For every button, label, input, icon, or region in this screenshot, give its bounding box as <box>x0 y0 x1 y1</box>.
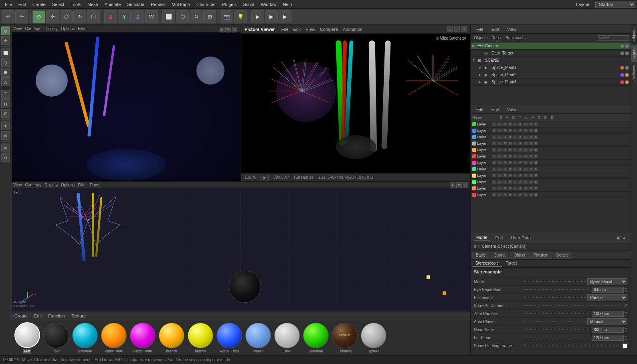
vtab-attributes[interactable]: Attributes <box>631 62 637 84</box>
tool-sphere[interactable]: ⬡ <box>1 58 10 67</box>
move-button[interactable]: ✛ <box>46 10 59 23</box>
attr-tab-details[interactable]: Details <box>553 252 572 259</box>
viewport-top-menu-cameras[interactable]: Cameras <box>25 26 42 31</box>
layer-icon-d-6[interactable]: D <box>528 154 533 158</box>
objects-btn-objects[interactable]: Objects <box>472 35 489 40</box>
pv-menu-animation[interactable]: Animation <box>343 27 362 32</box>
layer-icon-l-1[interactable] <box>513 122 518 126</box>
layer-row-4[interactable]: Layer S V R M A G D E <box>471 140 631 147</box>
layer-icon-g-12[interactable]: G <box>523 193 528 197</box>
pv-play-button[interactable]: ▶ <box>261 175 269 180</box>
picture-viewer-image-area[interactable]: © Mike Batchelor <box>241 34 470 173</box>
layer-icon-m-12[interactable]: M <box>508 193 512 197</box>
attr-up-eye-sep[interactable]: ▲ <box>625 287 627 289</box>
layer-icon-e-2[interactable]: E <box>534 129 538 133</box>
layer-icon-a-11[interactable]: A <box>518 186 523 190</box>
pv-ctrl-maximize[interactable]: □ <box>454 26 460 32</box>
tool-deformer[interactable]: ⊡ <box>1 109 10 118</box>
layer-icon-r-6[interactable]: R <box>502 154 507 158</box>
attr-back-arrow[interactable]: ◀ <box>615 235 620 241</box>
menu-mograph[interactable]: MoGraph <box>168 1 193 8</box>
layer-icon-m-11[interactable]: M <box>508 186 512 190</box>
layer-icon-g-6[interactable]: G <box>523 154 528 158</box>
material-stayman1[interactable]: Stayman <box>72 323 98 353</box>
attr-down-zero-parallax[interactable]: ▼ <box>625 314 627 317</box>
render-region-button[interactable]: ▶ <box>251 10 264 23</box>
tool-light[interactable]: ☀ <box>1 121 10 130</box>
layer-icon-d-3[interactable]: D <box>528 135 533 139</box>
layer-row-10[interactable]: Layer S V R M A G D E <box>471 179 631 185</box>
layer-icon-s-3[interactable]: S <box>492 135 497 139</box>
layer-icon-v-5[interactable]: V <box>497 148 502 152</box>
layer-row-7[interactable]: Layer S V R M A G D E <box>471 160 631 166</box>
layer-icon-r-10[interactable]: R <box>502 180 507 184</box>
menu-plugins[interactable]: Plugins <box>219 1 240 8</box>
layer-icon-v-7[interactable]: V <box>497 161 502 165</box>
menu-mesh[interactable]: Mesh <box>84 1 101 8</box>
layer-icon-g-11[interactable]: G <box>523 186 528 190</box>
layer-icon-r-5[interactable]: R <box>502 148 507 152</box>
world-coord-button[interactable]: W <box>145 10 158 23</box>
layer-icon-a-4[interactable]: A <box>518 142 523 146</box>
layer-icon-l-10[interactable] <box>513 180 518 184</box>
layer-icon-s-9[interactable]: S <box>492 174 497 178</box>
layer-row-2[interactable]: Layer S V R M A G D E <box>471 127 631 134</box>
layer-icon-g-4[interactable]: G <box>523 142 528 146</box>
layer-icon-l-2[interactable] <box>513 129 518 133</box>
object-row-scene[interactable]: ▼ ⊞ SCENE <box>471 57 631 64</box>
material-promo[interactable]: Enhance Enhance <box>332 323 358 353</box>
vp-top-ctrl-2[interactable]: ▼ <box>225 27 231 32</box>
attr-forward-arrow[interactable]: ▲ <box>621 235 627 241</box>
attr-down-eye-sep[interactable]: ▼ <box>625 290 627 293</box>
object-row-plant2[interactable]: ▶ ◈ Space_Plant2 <box>471 71 631 79</box>
materials-tab-create[interactable]: Create <box>14 313 28 318</box>
layer-icon-d-1[interactable]: D <box>528 122 533 126</box>
layer-icon-a-6[interactable] <box>518 154 523 158</box>
layer-icon-m-6[interactable]: M <box>508 154 512 158</box>
layer-icon-r-1[interactable]: R <box>502 122 507 126</box>
attr-down-far-plane[interactable]: ▼ <box>625 338 627 341</box>
vp-bottom-ctrl-3[interactable]: ⬚ <box>463 182 468 188</box>
attr-up-near-plane[interactable]: ▲ <box>625 327 627 330</box>
layer-icon-s-10[interactable]: S <box>492 180 497 184</box>
layer-icon-e-4[interactable]: E <box>534 142 538 146</box>
objects-btn-bookmarks[interactable]: Bookmarks <box>504 35 527 40</box>
menu-window[interactable]: Window <box>258 1 280 8</box>
objects-tab-edit[interactable]: Edit <box>489 26 502 32</box>
material-portal[interactable]: Portal_High <box>216 323 242 353</box>
layer-icon-v-12[interactable]: V <box>497 193 502 197</box>
layer-icon-s-12[interactable]: S <box>492 193 497 197</box>
front-view-button[interactable]: ↻ <box>190 10 202 23</box>
layer-row-6[interactable]: Layer S V R M G D E <box>471 153 631 160</box>
layers-tab-edit[interactable]: Edit <box>489 106 502 113</box>
layer-icon-r-3[interactable]: R <box>502 135 507 139</box>
viewport-top-menu-view[interactable]: View <box>13 26 22 31</box>
vp-bottom-ctrl-2[interactable]: ▼ <box>456 182 462 188</box>
menu-script[interactable]: Script <box>240 1 257 8</box>
layer-icon-v-6[interactable]: V <box>497 154 502 158</box>
viewport-bottom-menu-cameras[interactable]: Cameras <box>25 183 42 187</box>
layer-icon-g-3[interactable]: G <box>523 135 528 139</box>
object-row-plant1[interactable]: ▶ ◈ Space_Plant1 <box>471 64 631 71</box>
objects-tab-file[interactable]: File <box>474 26 486 32</box>
attr-select-mode[interactable]: Symmetrical Off-Axis <box>587 278 627 285</box>
tool-box[interactable]: ⬜ <box>1 49 10 57</box>
vp-top-ctrl-3[interactable]: ⬚ <box>232 27 237 32</box>
menu-file[interactable]: File <box>2 1 15 8</box>
tool-select[interactable]: ⊙ <box>1 26 10 35</box>
layer-icon-g-5[interactable]: G <box>523 148 528 152</box>
select-button[interactable]: ⬚ <box>87 10 100 23</box>
layer-icon-s-1[interactable]: S <box>492 122 497 126</box>
object-row-cam-target[interactable]: ◎ Cam_Target <box>471 50 631 57</box>
layer-icon-a-12[interactable]: A <box>518 193 523 197</box>
layer-icon-d-7[interactable]: D <box>528 161 533 165</box>
tool-cone[interactable]: △ <box>1 77 10 86</box>
layer-row-1[interactable]: Layer S V R M A G D E <box>471 121 631 127</box>
viewport-top-menu-display[interactable]: Display <box>44 26 58 31</box>
layer-icon-l-12[interactable] <box>513 193 518 197</box>
layer-icon-d-5[interactable]: D <box>528 148 533 152</box>
tool-camera[interactable]: ⊚ <box>1 131 10 140</box>
vp-bottom-ctrl-1[interactable]: ▲ <box>450 182 455 188</box>
layer-icon-e-6[interactable]: E <box>534 154 538 158</box>
layer-row-8[interactable]: Layer S V R M A G D E <box>471 166 631 172</box>
